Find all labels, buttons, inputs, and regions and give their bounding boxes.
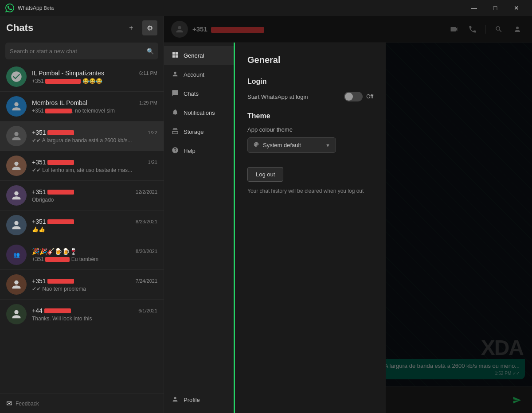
theme-dropdown[interactable]: System default ▼ <box>247 137 336 153</box>
search-icon: 🔍 <box>147 48 154 55</box>
settings-nav-label-chats: Chats <box>184 90 199 97</box>
notifications-icon <box>171 109 179 117</box>
chat-preview: ✔✔ A largura de banda está a 2600 kb/s..… <box>32 137 157 144</box>
chat-item[interactable]: +351 1/21 ✔✔ Lol tenho sim, até uso bast… <box>0 151 164 181</box>
profile-nav-icon <box>171 396 179 404</box>
settings-nav-bottom: Profile <box>164 390 234 409</box>
chats-icon <box>171 90 179 98</box>
chat-item[interactable]: +351 7/24/2021 ✔✔ Não tem problema <box>0 270 164 300</box>
app-title: WhatsApp Beta <box>18 5 54 11</box>
login-section-title: Login <box>247 78 373 86</box>
whatsapp-logo-icon <box>5 4 14 12</box>
settings-nav-item-general[interactable]: General <box>164 46 234 65</box>
settings-nav-item-notifications[interactable]: Notifications <box>164 103 234 122</box>
chat-time: 8/20/2021 <box>136 249 157 254</box>
search-input[interactable] <box>10 48 147 55</box>
avatar: 👥 <box>6 245 27 265</box>
chat-top: +351 12/2/2021 <box>32 188 157 195</box>
maximize-button[interactable]: □ <box>485 1 505 15</box>
chat-preview: ✔✔ Lol tenho sim, até uso bastante mas..… <box>32 167 157 173</box>
chat-name: +44 <box>32 307 71 314</box>
feedback-icon: ✉ <box>6 399 12 408</box>
settings-overlay: General Account Chats <box>164 16 532 413</box>
chat-name: Membros IL Pombal <box>32 99 87 106</box>
close-button[interactable]: ✕ <box>506 1 527 15</box>
svg-rect-11 <box>172 55 175 58</box>
window-controls: — □ ✕ <box>464 1 527 15</box>
chat-item[interactable]: Membros IL Pombal 1:29 PM +351 , no tele… <box>0 92 164 121</box>
new-chat-button[interactable]: + <box>124 20 139 35</box>
startup-toggle[interactable] <box>344 92 363 101</box>
settings-nav-item-help[interactable]: Help <box>164 141 234 160</box>
app-colour-label: App colour theme <box>247 126 373 133</box>
avatar <box>6 126 27 146</box>
main-content: +351 1/22/2022 <box>164 16 532 413</box>
settings-nav-label-storage: Storage <box>184 129 204 135</box>
avatar <box>6 156 27 176</box>
chat-content: +351 8/23/2021 👍👍 <box>32 218 157 233</box>
minimize-button[interactable]: — <box>464 1 484 15</box>
svg-point-1 <box>14 132 18 136</box>
chat-item[interactable]: +44 6/1/2021 Thanks. Will look into this <box>0 300 164 329</box>
login-toggle-label: Start WhatsApp at login <box>247 94 308 100</box>
chat-item[interactable]: +351 8/23/2021 👍👍 <box>0 210 164 240</box>
svg-rect-9 <box>172 52 175 55</box>
chat-item[interactable]: 👥 🎉🎉🎸🍺🍺🍷 8/20/2021 +351 Eu também <box>0 240 164 270</box>
toggle-container: Off <box>344 92 373 101</box>
settings-nav-label-notifications: Notifications <box>184 109 215 116</box>
chat-time: 1/21 <box>148 160 157 165</box>
chat-preview: +351 Eu também <box>32 256 157 262</box>
chat-item[interactable]: +351 12/2/2021 Obrigado <box>0 181 164 210</box>
theme-icon <box>253 141 259 149</box>
chat-time: 1/22 <box>148 130 157 135</box>
sidebar: Chats + ⚙ 🔍 IL Pombal - Simpatizantes 6:… <box>0 16 164 413</box>
titlebar: WhatsApp Beta — □ ✕ <box>0 0 532 16</box>
chat-time: 7/24/2021 <box>136 278 157 284</box>
toggle-state-label: Off <box>366 94 373 100</box>
theme-section-title: Theme <box>247 112 373 120</box>
chat-name: +351 <box>32 129 74 136</box>
chat-list: IL Pombal - Simpatizantes 6:11 PM +351 😂… <box>0 62 164 394</box>
general-icon <box>171 51 179 60</box>
chat-content: 🎉🎉🎸🍺🍺🍷 8/20/2021 +351 Eu também <box>32 248 157 262</box>
chat-top: Membros IL Pombal 1:29 PM <box>32 99 157 106</box>
feedback-bar: ✉ Feedback <box>0 394 164 413</box>
chat-content: +44 6/1/2021 Thanks. Will look into this <box>32 307 157 322</box>
settings-nav-item-account[interactable]: Account <box>164 65 234 84</box>
chat-content: +351 1/22 ✔✔ A largura de banda está a 2… <box>32 129 157 144</box>
chat-preview: Obrigado <box>32 197 157 203</box>
chat-item[interactable]: +351 1/22 ✔✔ A largura de banda está a 2… <box>0 121 164 151</box>
theme-selected-label: System default <box>263 142 322 148</box>
svg-point-4 <box>14 221 18 225</box>
sidebar-header-actions: + ⚙ <box>124 20 157 35</box>
settings-nav-label-profile: Profile <box>184 397 200 403</box>
login-toggle-row: Start WhatsApp at login Off <box>247 92 373 101</box>
chat-top: 🎉🎉🎸🍺🍺🍷 8/20/2021 <box>32 248 157 255</box>
chat-preview: Thanks. Will look into this <box>32 316 157 322</box>
settings-nav-label-general: General <box>184 52 204 59</box>
svg-point-5 <box>14 281 18 284</box>
storage-icon <box>171 128 179 136</box>
avatar <box>6 215 27 235</box>
sidebar-header: Chats + ⚙ <box>0 16 164 40</box>
svg-point-3 <box>14 191 18 195</box>
logout-description: Your chat history will be cleared when y… <box>247 187 373 195</box>
svg-rect-12 <box>176 55 178 58</box>
chat-preview: 👍👍 <box>32 226 157 233</box>
logout-button[interactable]: Log out <box>247 167 283 182</box>
chat-top: +351 1/21 <box>32 159 157 166</box>
chat-top: +351 1/22 <box>32 129 157 136</box>
titlebar-left: WhatsApp Beta <box>5 4 54 12</box>
theme-section: Theme App colour theme System default ▼ <box>247 112 373 153</box>
settings-nav-item-storage[interactable]: Storage <box>164 122 234 141</box>
app-container: Chats + ⚙ 🔍 IL Pombal - Simpatizantes 6:… <box>0 16 532 413</box>
settings-nav-label-help: Help <box>184 148 196 154</box>
chat-top: IL Pombal - Simpatizantes 6:11 PM <box>32 70 157 77</box>
settings-nav-item-profile[interactable]: Profile <box>164 390 234 409</box>
settings-button[interactable]: ⚙ <box>142 20 157 35</box>
chat-name: +351 <box>32 218 74 225</box>
svg-point-0 <box>14 102 18 106</box>
chat-item[interactable]: IL Pombal - Simpatizantes 6:11 PM +351 😂… <box>0 62 164 92</box>
settings-nav-item-chats[interactable]: Chats <box>164 84 234 103</box>
avatar <box>6 96 27 117</box>
